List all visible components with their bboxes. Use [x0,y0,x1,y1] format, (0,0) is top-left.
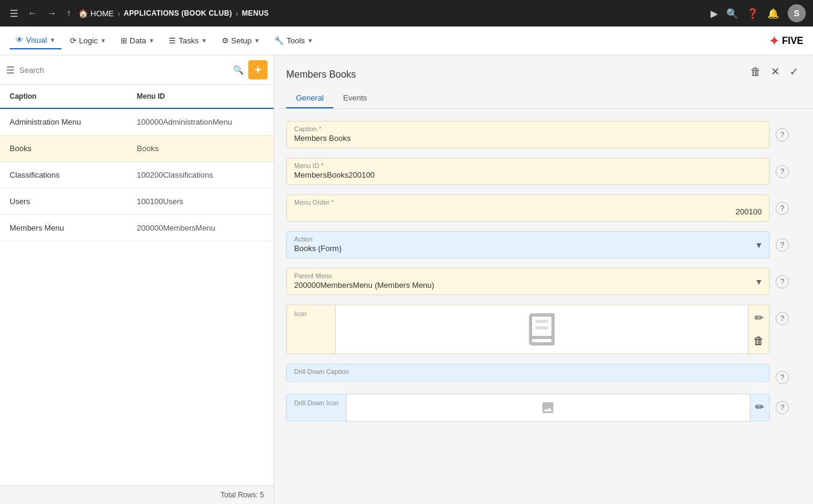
visual-btn[interactable]: 👁 Visual ▼ [10,32,61,49]
confirm-panel-btn[interactable]: ✓ [787,63,801,81]
table-row[interactable]: Users 100100Users [0,188,274,215]
panel-header: Members Books 🗑 ✕ ✓ General Events [274,55,813,109]
table-row[interactable]: Classifications 100200Classifications [0,162,274,188]
menus-crumb[interactable]: MENUS [242,9,269,17]
menu-id-field[interactable]: Menu ID * MembersBooks200100 [286,158,770,185]
menu-order-row: Menu Order * 200100 ? [286,194,789,222]
caption-label: Caption * [294,125,762,132]
breadcrumb: 🏠 HOME › APPLICATIONS (BOOK CLUB) › MENU… [78,9,706,18]
table-row[interactable]: Members Menu 200000MembersMenu [0,215,274,241]
row-menu-id: 100000AdministrationMenu [137,117,264,126]
data-btn[interactable]: ⊞ Data ▼ [115,33,160,49]
row-caption: Books [10,144,137,153]
parent-menu-label: Parent Menu [294,272,762,279]
forward-icon[interactable]: → [45,5,59,21]
visual-chevron: ▼ [49,37,55,43]
app-crumb[interactable]: APPLICATIONS (BOOK CLUB) [124,9,232,17]
icon-row: Icon ✏ 🗑 ? [286,305,789,354]
search-icon[interactable]: 🔍 [233,65,243,75]
icon-field: Icon ✏ 🗑 [286,305,770,354]
tasks-btn[interactable]: ☰ Tasks ▼ [163,33,213,49]
eye-icon: 👁 [16,36,24,45]
drill-down-icon-label-col: Drill Down Icon [287,394,346,421]
play-icon[interactable]: ▶ [711,8,718,19]
tabs: General Events [286,89,813,108]
sep-2: › [236,9,238,18]
icon-preview [335,305,749,353]
filter-icon[interactable]: ☰ [6,64,14,76]
menu-order-field[interactable]: Menu Order * 200100 [286,194,770,222]
menu-id-help-icon[interactable]: ? [776,165,789,178]
five-logo: ✦ FIVE [769,34,803,48]
image-placeholder-icon [541,400,555,415]
tools-icon: 🔧 [274,36,284,45]
total-rows: Total Rows: 5 [221,491,264,499]
parent-menu-field[interactable]: Parent Menu 200000MembersMenu (Members M… [286,268,770,295]
drill-down-icon-actions: ✏ [750,394,769,421]
action-field[interactable]: Action Books (Form) ▼ [286,231,770,258]
hamburger-icon[interactable]: ☰ [7,5,20,22]
action-help-icon[interactable]: ? [776,238,789,252]
drill-down-icon-field: Drill Down Icon ✏ [286,394,770,422]
table-row[interactable]: Books Books [0,135,274,162]
caption-header: Caption [10,92,137,101]
row-caption: Administration Menu [10,117,137,126]
help-nav-icon[interactable]: ❓ [747,8,759,19]
drill-down-icon-label: Drill Down Icon [294,399,339,406]
parent-menu-row: Parent Menu 200000MembersMenu (Members M… [286,268,789,295]
tools-btn[interactable]: 🔧 Tools ▼ [268,33,319,49]
delete-panel-btn[interactable]: 🗑 [748,63,764,81]
drill-down-icon-help-icon[interactable]: ? [776,401,789,414]
caption-value: Members Books [294,134,762,143]
drill-down-icon-preview [346,394,750,421]
top-right-actions: ▶ 🔍 ❓ 🔔 S [711,4,806,22]
menu-order-help-icon[interactable]: ? [776,202,789,215]
setup-btn[interactable]: ⚙ Setup ▼ [216,33,266,49]
book-icon [523,310,561,349]
toolbar: 👁 Visual ▼ ⟳ Logic ▼ ⊞ Data ▼ ☰ Tasks ▼ … [0,26,813,55]
menu-id-header: Menu ID [137,92,264,101]
main-area: ☰ 🔍 + Caption Menu ID Administration Men… [0,55,813,504]
caption-help-icon[interactable]: ? [776,128,789,142]
drill-down-icon-edit-btn[interactable]: ✏ [755,400,764,414]
caption-row: Caption * Members Books ? [286,121,789,148]
logic-btn[interactable]: ⟳ Logic ▼ [64,33,112,49]
tab-general[interactable]: General [286,89,333,108]
close-panel-btn[interactable]: ✕ [768,63,782,81]
row-caption: Members Menu [10,223,137,232]
tasks-icon: ☰ [169,36,176,45]
back-icon[interactable]: ← [25,5,40,21]
add-button[interactable]: + [248,60,268,79]
tab-events[interactable]: Events [333,89,377,108]
data-icon: ⊞ [121,36,127,45]
search-input[interactable] [19,66,228,75]
parent-menu-help-icon[interactable]: ? [776,275,789,288]
user-avatar[interactable]: S [788,4,806,22]
parent-menu-value: 200000MembersMenu (Members Menu) [294,281,762,290]
row-menu-id: 100200Classifications [137,170,264,179]
tools-chevron: ▼ [307,37,313,44]
icon-help-icon[interactable]: ? [776,312,789,325]
drill-down-icon-row: Drill Down Icon ✏ ? [286,394,789,422]
menu-id-label: Menu ID * [294,162,762,169]
setup-chevron: ▼ [254,37,260,44]
drill-down-caption-field[interactable]: Drill Down Caption [286,364,770,382]
home-icon: 🏠 [78,9,88,18]
menu-id-row: Menu ID * MembersBooks200100 ? [286,158,789,185]
icon-edit-btn[interactable]: ✏ [755,311,764,325]
drill-down-caption-help-icon[interactable]: ? [776,371,789,384]
home-label: HOME [90,9,114,18]
action-value: Books (Form) [294,244,762,253]
row-caption: Classifications [10,170,137,179]
icon-delete-btn[interactable]: 🗑 [753,335,764,347]
menu-order-value: 200100 [294,207,762,216]
panel-actions: 🗑 ✕ ✓ [748,63,801,81]
up-icon[interactable]: ↑ [64,5,74,21]
bell-icon[interactable]: 🔔 [767,8,779,19]
caption-field[interactable]: Caption * Members Books [286,121,770,148]
home-crumb[interactable]: 🏠 HOME [78,9,114,18]
table-row[interactable]: Administration Menu 100000Administration… [0,109,274,135]
search-nav-icon[interactable]: 🔍 [726,8,738,19]
right-panel: Members Books 🗑 ✕ ✓ General Events Capti… [274,55,813,504]
row-menu-id: 200000MembersMenu [137,223,264,232]
